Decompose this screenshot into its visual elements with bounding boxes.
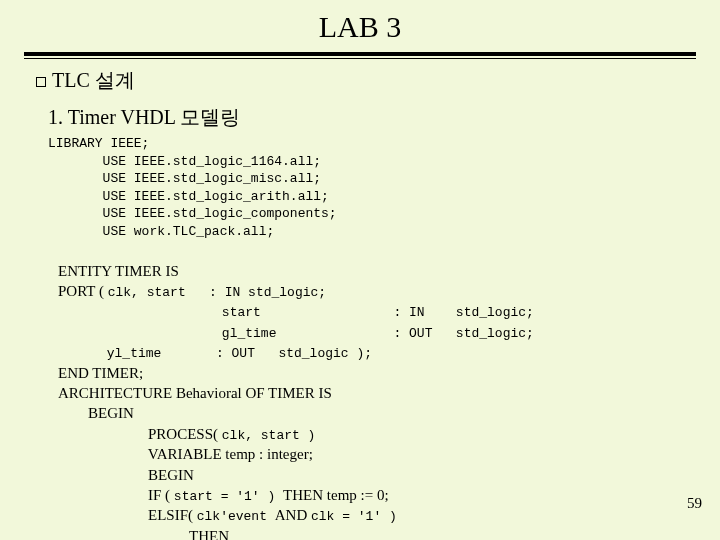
page-title: LAB 3 xyxy=(0,0,720,52)
square-bullet-icon xyxy=(36,77,46,87)
code-entity-block: ENTITY TIMER IS PORT ( clk, start : IN s… xyxy=(0,240,720,540)
page-number: 59 xyxy=(687,495,702,512)
horizontal-rule-thick xyxy=(24,52,696,56)
bullet-text: TLC 설계 xyxy=(52,67,135,94)
code-library-block: LIBRARY IEEE; USE IEEE.std_logic_1164.al… xyxy=(0,135,720,240)
bullet-item: TLC 설계 xyxy=(0,67,720,94)
section-heading: 1. Timer VHDL 모델링 xyxy=(0,104,720,131)
horizontal-rule-thin xyxy=(24,58,696,59)
